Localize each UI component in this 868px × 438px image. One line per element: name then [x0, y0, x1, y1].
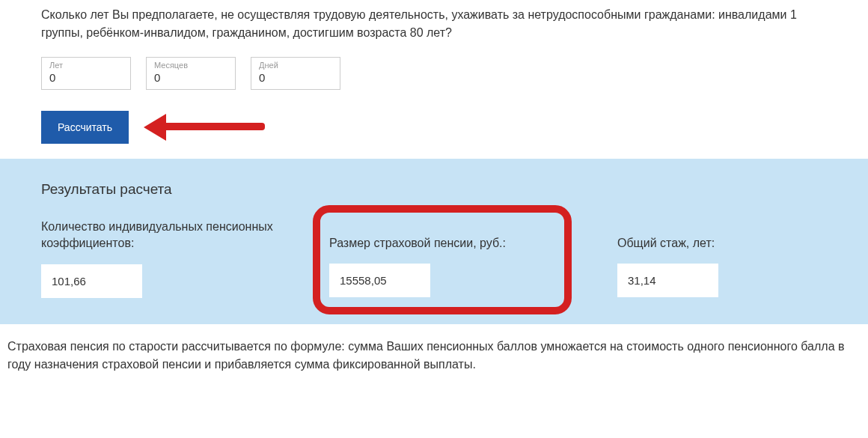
days-label: Дней — [259, 61, 332, 70]
duration-input-row: Лет Месяцев Дней — [41, 57, 827, 90]
months-input-box[interactable]: Месяцев — [146, 57, 236, 90]
years-label: Лет — [49, 61, 123, 70]
months-input[interactable] — [154, 71, 227, 84]
days-input[interactable] — [259, 71, 332, 84]
results-row: Количество индивидуальных пенсионных коэ… — [41, 219, 827, 298]
form-section: Сколько лет Вы предполагаете, не осущест… — [0, 0, 868, 159]
result-coeff-column: Количество индивидуальных пенсионных коэ… — [41, 219, 281, 298]
result-pension-label: Размер страховой пенсии, руб.: — [329, 219, 569, 252]
result-pension-column: Размер страховой пенсии, руб.: 15558,05 — [329, 219, 569, 298]
years-input[interactable] — [49, 71, 123, 84]
calculate-button[interactable]: Рассчитать — [41, 111, 129, 144]
arrow-line-icon — [160, 123, 265, 130]
result-stazh-column: Общий стаж, лет: 31,14 — [617, 219, 827, 298]
result-stazh-label: Общий стаж, лет: — [617, 219, 827, 252]
result-stazh-value: 31,14 — [617, 264, 718, 297]
result-coeff-label: Количество индивидуальных пенсионных коэ… — [41, 219, 281, 252]
months-label: Месяцев — [154, 61, 227, 70]
calculate-row: Рассчитать — [41, 111, 827, 144]
result-coeff-value: 101,66 — [41, 264, 142, 298]
days-input-box[interactable]: Дней — [251, 57, 340, 90]
question-text: Сколько лет Вы предполагаете, не осущест… — [41, 6, 827, 42]
years-input-box[interactable]: Лет — [41, 57, 131, 90]
results-title: Результаты расчета — [41, 181, 827, 198]
footer-explanation: Страховая пенсия по старости рассчитывае… — [0, 324, 868, 374]
results-panel: Результаты расчета Количество индивидуал… — [0, 159, 868, 324]
annotation-arrow — [144, 112, 278, 142]
result-pension-value: 15558,05 — [329, 264, 430, 297]
